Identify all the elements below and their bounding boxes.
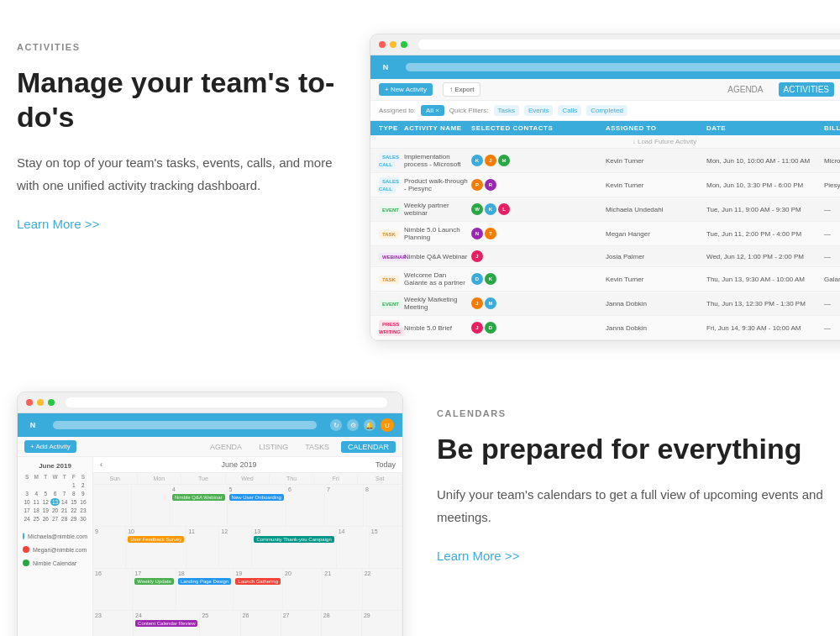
cal-cell[interactable]: 11 [186,527,219,569]
cal-date: 10 [128,528,184,534]
new-activity-button[interactable]: + New Activity [379,83,433,96]
settings-icon: ⚙ [347,419,359,431]
calendars-label: CALENDARS [437,408,823,418]
cal-cell[interactable]: 29 [362,611,402,636]
cal-cell[interactable] [132,485,171,527]
mc-cell: 26 [41,515,50,523]
row-assigned: Kevin Turner [606,181,706,189]
cal-cell[interactable]: 28 [322,611,362,636]
mc-cell: 7 [60,490,69,497]
activities-learn-more[interactable]: Learn More >> [17,217,99,231]
cal-cell[interactable]: 14 [337,527,370,569]
cal-event[interactable]: Nimble Q&A Webinar [172,494,225,501]
cal-cell[interactable]: 17 Weekly Update [133,569,176,611]
cal-cell[interactable]: 23 [93,611,134,636]
row-name: Product walk-through - Piesync [404,177,471,192]
tab-agenda[interactable]: AGENDA [205,441,247,453]
cal-cell[interactable]: 16 [93,569,133,611]
row-date: Tue, Jun 11, 2:00 PM - 4:00 PM [706,230,824,238]
add-activity-button[interactable]: + Add Activity [24,440,76,453]
tab-listing[interactable]: LISTING [254,441,293,453]
cal-event[interactable]: Content Calendar Review [135,620,197,627]
cal-cell[interactable]: 5 New User Onboarding [228,485,286,527]
table-group-label: ↓ Load Future Activity [370,135,840,149]
filter-tag-calls[interactable]: Calls [558,105,581,116]
cal-cell[interactable]: 6 [286,485,325,527]
tab-activities[interactable]: ACTIVITIES [779,82,834,97]
row-name: Implementation process - Microsoft [404,153,471,168]
cal-cell[interactable] [93,485,132,527]
cal-event[interactable]: Launch Gathering [235,578,281,585]
avatar-group: N T [471,228,606,239]
avatar-group: J D [471,322,606,334]
avatar: D [485,322,496,334]
cal-cell[interactable]: 20 [283,569,323,611]
mc-header: T [41,473,50,481]
row-name: Nimble 5.0 Launch Planning [404,226,471,241]
row-date: Tue, Jun 11, 9:00 AM - 9:30 PM [706,206,824,213]
cal-date: 27 [283,612,319,618]
row-assigned: Janna Dobkin [606,324,706,332]
cal-event[interactable]: New User Onboarding [229,494,284,501]
table-row: WEBINAR Nimble Q&A Webinar J Josia Palme… [370,246,840,267]
tab-agenda[interactable]: AGENDA [722,82,768,97]
avatar: K [471,155,483,166]
cal-cell[interactable]: 22 [363,569,402,611]
cal-cell[interactable]: 19 Launch Gathering [234,569,283,611]
avatar: W [471,203,483,215]
cal-event[interactable]: Landing Page Design [178,578,231,585]
day-header-sun: Sun [93,473,138,484]
cal-event[interactable]: Community Thank-you Campaign [254,536,333,543]
cal-cell[interactable]: 4 Nimble Q&A Webinar [171,485,228,527]
filter-tag-events[interactable]: Events [524,105,553,116]
cal-cell[interactable]: 12 [219,527,252,569]
export-button[interactable]: ↑ Export [443,82,480,97]
page-container: ACTIVITIES Manage your team's to-do's St… [0,0,840,636]
avatar-group: J [471,250,606,262]
activities-browser-mockup: N ↻ ⚙ 🔔 U + New Activity ↑ Export AGENDA [370,34,840,341]
calendars-learn-more[interactable]: Learn More >> [437,549,519,563]
mc-header: M [32,473,40,481]
cal-date: 6 [288,486,323,492]
row-name: Weekly partner webinar [404,202,471,217]
cal-date: 11 [188,528,217,534]
row-company: — [824,253,840,260]
cal-cell[interactable]: 21 [323,569,362,611]
mc-cell: 8 [70,490,78,497]
calendar-search-bar [53,421,317,429]
mc-cell: 18 [32,507,40,514]
filter-tag-completed[interactable]: Completed [586,105,627,116]
cal-event[interactable]: User Feedback Survey [128,536,184,543]
browser-dot-minimize [37,399,44,406]
cal-date: 19 [235,570,281,576]
refresh-icon: ↻ [330,419,342,431]
next-month-btn[interactable]: Today [375,460,396,469]
cal-cell[interactable]: 26 [241,611,281,636]
cal-cell[interactable]: 25 [200,611,240,636]
cal-event[interactable]: Weekly Update [134,578,174,585]
cal-cell[interactable]: 13 Community Thank-you Campaign [252,527,336,569]
url-bar [418,39,840,50]
calendar-browser-mockup: N ↻ ⚙ 🔔 U + Add Activity AGENDA LISTING [17,392,403,636]
cal-cell[interactable]: 9 [93,527,126,569]
cal-date: 18 [178,570,231,576]
calendar-nav-tabs: + Add Activity AGENDA LISTING TASKS CALE… [18,437,402,457]
cal-cell[interactable]: 8 [364,485,402,527]
calendar-right-icons: ↻ ⚙ 🔔 U [330,418,394,432]
filter-tag-tasks[interactable]: Tasks [494,105,519,116]
cal-cell[interactable]: 10 User Feedback Survey [126,527,186,569]
cal-cell[interactable]: 24 Content Calendar Review [134,611,200,636]
tab-tasks[interactable]: TASKS [300,441,334,453]
mc-cell: 16 [79,498,87,506]
prev-month-btn[interactable]: ‹ [100,460,102,469]
row-type: SALES CALL [379,177,404,192]
tab-calendar-active[interactable]: CALENDAR [341,441,396,453]
mc-cell: 2 [79,481,87,489]
table-row: TASK Nimble 5.0 Launch Planning N T Mega… [370,222,840,246]
cal-cell[interactable]: 15 [370,527,402,569]
cal-cell[interactable]: 7 [325,485,364,527]
cal-cell[interactable]: 27 [281,611,322,636]
row-type: WEBINAR [379,253,404,260]
cal-cell[interactable]: 18 Landing Page Design [176,569,234,611]
filter-bar: Assigned to: All × Quick Filters: Tasks … [370,101,840,121]
